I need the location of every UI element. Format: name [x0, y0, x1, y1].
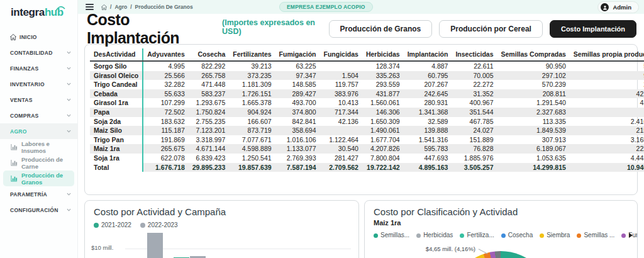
slice-label-Cosecha: $4,65 mill. (4,16%): [377, 245, 475, 252]
cell: 280.931: [404, 98, 452, 108]
legend-item-2021-2022[interactable]: 2021-2022: [94, 222, 131, 228]
sidebar-item-inventario[interactable]: INVENTARIO: [0, 76, 77, 92]
bar-2022-2023-0[interactable]: [147, 233, 163, 258]
cell: 400.967: [452, 98, 497, 108]
hamburger-menu-icon[interactable]: [86, 4, 94, 10]
cell: 208.811: [497, 89, 570, 99]
cell: 1.122.464: [320, 135, 362, 145]
cell: 10.413: [320, 98, 362, 108]
logo-swoosh-icon: [55, 6, 65, 11]
column-header-semillas-propia-produccion[interactable]: Semillas propia produccion: [570, 48, 644, 61]
column-header-fertilizantes[interactable]: Fertilizantes: [229, 48, 275, 61]
legend-next-arrow-icon[interactable]: [629, 233, 633, 238]
cell: 4.443.671: [570, 154, 644, 163]
cell: 25.566: [143, 71, 189, 81]
cell: 32.589: [404, 117, 452, 126]
table-total-row: Total1.676.71829.895.23319.857.6397.587.…: [90, 163, 644, 172]
chevron-down-icon: [67, 207, 71, 213]
sidebar-item-inicio[interactable]: INICIO: [0, 29, 77, 45]
chevron-down-icon: [67, 191, 71, 198]
cell: 1.291.540: [497, 98, 570, 108]
column-header-implantación[interactable]: Implantación: [404, 48, 452, 61]
column-header-desactividad[interactable]: DesActividad: [90, 48, 143, 61]
column-header-insecticidas[interactable]: Insecticidas: [452, 48, 497, 61]
cell: 3.505.257: [452, 163, 497, 172]
cell: 351.544: [452, 108, 497, 117]
cell: 904.924: [229, 108, 275, 117]
cell: 1.341.368: [404, 108, 452, 117]
chevron-down-icon: [67, 128, 71, 135]
cell: 7.587.194: [275, 163, 320, 172]
cell: 1.676.718: [143, 163, 189, 172]
bar-chart-panel: Costo por Actividad y Campaña 2021-20222…: [84, 200, 359, 258]
legend-item-Herbicidas[interactable]: Herbicidas: [416, 232, 453, 238]
legend-item-Siembra[interactable]: Siembra: [540, 232, 570, 238]
cell: 4.995: [143, 61, 189, 71]
tab-producción-por-cereal[interactable]: Producción por Cereal: [439, 20, 543, 38]
cell: 55.633: [143, 89, 189, 99]
cell: [320, 61, 362, 71]
sidebar-item-contabilidad[interactable]: CONTABILIDAD: [0, 45, 77, 60]
user-menu-button[interactable]: Admin: [597, 1, 639, 13]
cell: 431.877: [362, 89, 404, 99]
sidebar-item-ventas[interactable]: VENTAS: [0, 92, 77, 108]
cell: 4.895.163: [404, 163, 452, 172]
cell: 4.887: [404, 61, 452, 71]
cell: 215.823: [570, 126, 644, 135]
legend-dot: [621, 233, 626, 238]
sidebar-subitem-label: Producción de Carne: [21, 156, 74, 170]
sidebar-nav: INICIOCONTABILIDADFINANZASINVENTARIOVENT…: [0, 29, 77, 218]
cell: 265.758: [189, 71, 230, 81]
cell: 293.559: [362, 80, 404, 89]
column-header-cosecha[interactable]: Cosecha: [189, 48, 230, 61]
legend-item-Fertiliza[interactable]: Fertiliza...: [460, 232, 494, 238]
cell: 842.841: [275, 117, 320, 126]
cell: 39.213: [229, 61, 275, 71]
table-row: Trigo Candeal32.282471.4481.181.309148.5…: [90, 80, 644, 89]
table-row: Cebada55.633583.2371.726.151289.427383.9…: [90, 89, 644, 99]
app-logo[interactable]: integrahub: [0, 0, 77, 19]
sidebar-item-parametría[interactable]: PARAMETRÍA: [0, 186, 77, 202]
legend-item-2022-2023[interactable]: 2022-2023: [140, 222, 178, 228]
cell: 2.755.235: [189, 117, 230, 126]
sidebar-subitem-producción-de-carne[interactable]: Producción de Carne: [3, 155, 74, 171]
column-header-fumigación[interactable]: Fumigación: [275, 48, 320, 61]
tab-costo-implantación[interactable]: Costo Implantación: [550, 20, 636, 38]
cost-table-panel: DesActividadAdyuvantesCosechaFertilizant…: [84, 44, 638, 195]
person-icon: [602, 5, 608, 10]
cell: 9.365: [570, 71, 644, 81]
logo-text-primary: integra: [11, 6, 45, 18]
home-icon[interactable]: [101, 4, 107, 10]
row-label: Soja 2da: [90, 117, 143, 126]
sidebar-item-configuración[interactable]: CONFIGURACIÓN: [0, 202, 77, 218]
sidebar-subitem-producción-de-granos[interactable]: Producción de Granos: [3, 171, 74, 186]
cell: 4.671.144: [189, 144, 230, 154]
column-header-herbicidas[interactable]: Herbicidas: [362, 48, 404, 61]
column-header-fungicidas[interactable]: Fungicidas: [320, 48, 362, 61]
cell: 4.207.826: [362, 144, 404, 154]
sidebar-item-label: CONFIGURACIÓN: [10, 207, 67, 213]
donut-chart-panel: Costo por Clasificación y Actividad Maiz…: [364, 200, 638, 258]
sidebar-subitem-labores-e-insumos[interactable]: Labores e Insumos: [3, 139, 74, 155]
legend-item-Cosecha[interactable]: Cosecha: [501, 232, 533, 238]
cell: 60.795: [404, 71, 452, 81]
column-header-semillas-compradas[interactable]: Semillas Compradas: [497, 48, 570, 61]
cell: 1.133.077: [275, 144, 320, 154]
legend-item-Semillas[interactable]: Semillas ...: [577, 232, 614, 238]
cell: 19.722.142: [362, 163, 404, 172]
sidebar-item-compras[interactable]: COMPRAS: [0, 108, 77, 123]
column-header-adyuvantes[interactable]: Adyuvantes: [143, 48, 189, 61]
cell: 1.726.151: [229, 89, 275, 99]
table-row: Girasol Oleico25.566265.758373.23597.347…: [90, 71, 644, 81]
sidebar-item-finanzas[interactable]: FINANZAS: [0, 60, 77, 76]
tab-producción-de-granos[interactable]: Producción de Granos: [329, 20, 433, 38]
cell: 30.540: [320, 144, 362, 154]
sidebar-item-agro[interactable]: AGRO: [0, 123, 77, 139]
bar-chart-legend: 2021-20222022-2023: [94, 222, 350, 228]
page-title: Costo Implantación: [87, 11, 216, 47]
avatar: [601, 3, 609, 11]
legend-item-Semillas[interactable]: Semillas...: [374, 232, 409, 238]
cell: 3.318.997: [189, 135, 230, 145]
cell: 2.769.393: [275, 154, 320, 163]
breadcrumb-item-agro[interactable]: Agro: [114, 4, 127, 10]
